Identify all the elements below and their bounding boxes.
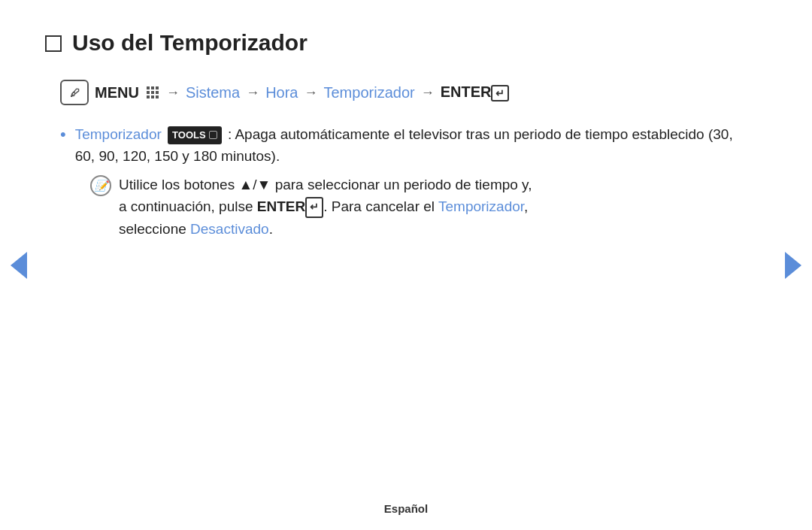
bullet-text: Temporizador TOOLS : Apaga automáticamen… <box>75 123 752 168</box>
tools-small-icon <box>209 131 217 139</box>
arrow-2: → <box>246 85 259 101</box>
bullet-dot: • <box>60 123 66 147</box>
main-content: Uso del Temporizador 🖊 MENU → Sistema → … <box>0 0 812 271</box>
temporizador-note-link: Temporizador <box>438 198 524 214</box>
bullet-section: • Temporizador TOOLS : Apaga automáticam… <box>60 123 752 241</box>
enter-label: ENTER↵ <box>441 83 510 101</box>
temporizador-bullet-link: Temporizador <box>75 126 162 142</box>
hora-link: Hora <box>265 84 298 101</box>
desactivado-link: Desactivado <box>190 221 269 237</box>
enter-icon: ↵ <box>491 85 509 101</box>
enter-inline: ENTER↵ <box>257 198 323 214</box>
note-text: Utilice los botones ▲/▼ para seleccionar… <box>119 174 532 241</box>
menu-path: 🖊 MENU → Sistema → Hora → Temporizador →… <box>60 80 752 105</box>
nav-right-button[interactable] <box>785 252 801 279</box>
page-title-section: Uso del Temporizador <box>45 30 752 56</box>
sistema-link: Sistema <box>186 84 240 101</box>
note-section: 📝 Utilice los botones ▲/▼ para seleccion… <box>90 174 752 241</box>
menu-label: MENU <box>95 84 139 101</box>
page-title: Uso del Temporizador <box>72 30 308 56</box>
nav-left-button[interactable] <box>11 252 27 279</box>
arrow-3: → <box>304 85 318 101</box>
note-item: 📝 Utilice los botones ▲/▼ para seleccion… <box>90 174 752 241</box>
checkbox-icon <box>45 35 62 52</box>
arrow-4: → <box>421 85 435 101</box>
enter-icon-note: ↵ <box>305 197 323 218</box>
note-icon: 📝 <box>90 175 111 196</box>
footer-language: Español <box>384 502 428 515</box>
arrow-1: → <box>166 85 180 101</box>
temporizador-link: Temporizador <box>324 84 415 101</box>
menu-icon: 🖊 <box>60 80 89 105</box>
menu-grid-icon <box>147 86 159 98</box>
bullet-item: • Temporizador TOOLS : Apaga automáticam… <box>60 123 752 168</box>
tools-badge: TOOLS <box>168 126 222 144</box>
